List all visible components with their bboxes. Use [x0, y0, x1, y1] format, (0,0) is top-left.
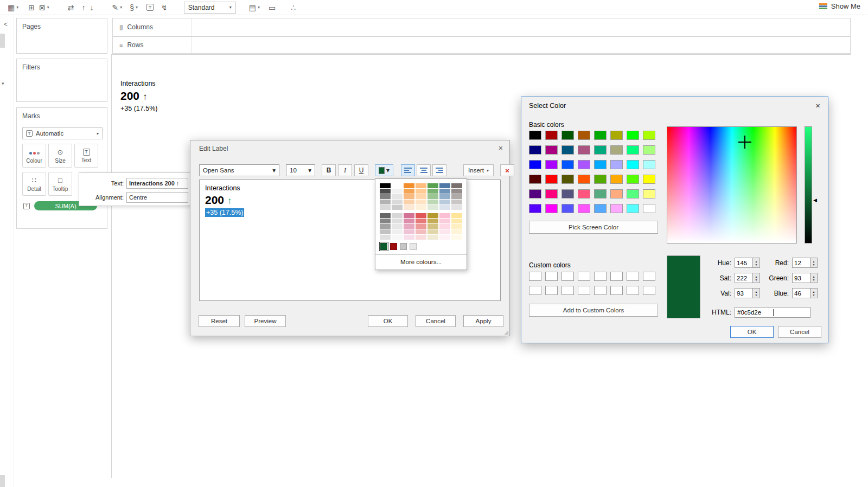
colour-button[interactable]: Colour — [22, 144, 46, 168]
hsv-field-input[interactable]: 93 — [735, 288, 753, 298]
underline-button[interactable]: U — [354, 164, 368, 176]
palette-swatch[interactable] — [451, 200, 462, 204]
basic-color-swatch[interactable] — [561, 189, 574, 198]
rgb-field-spinner[interactable]: ▲▼ — [810, 273, 818, 283]
palette-swatch[interactable] — [439, 200, 450, 204]
value-slider-arrow-icon[interactable]: ◀ — [813, 197, 817, 203]
basic-color-swatch[interactable] — [545, 145, 558, 155]
palette-swatch[interactable] — [404, 224, 414, 229]
palette-swatch[interactable] — [380, 183, 391, 188]
recent-color-swatch[interactable] — [380, 243, 387, 250]
basic-color-swatch[interactable] — [610, 175, 623, 184]
palette-swatch[interactable] — [404, 235, 414, 240]
collapse-pane-button[interactable]: < — [4, 21, 8, 28]
recent-color-swatch[interactable] — [400, 243, 407, 250]
palette-swatch[interactable] — [451, 213, 462, 218]
clear-formatting-button[interactable]: × — [500, 164, 514, 176]
hsv-field-spinner[interactable]: ▲▼ — [753, 258, 760, 268]
ok-button[interactable]: OK — [730, 326, 774, 338]
palette-swatch[interactable] — [451, 229, 462, 234]
basic-color-swatch[interactable] — [529, 160, 541, 169]
basic-color-swatch[interactable] — [545, 175, 558, 184]
custom-color-swatch[interactable] — [627, 286, 639, 295]
basic-color-swatch[interactable] — [545, 160, 558, 169]
font-color-button[interactable]: ▾ — [375, 164, 393, 176]
pane-menu-caret[interactable]: ▾ — [2, 81, 4, 86]
value-slider[interactable] — [805, 126, 812, 244]
basic-color-swatch[interactable] — [529, 145, 541, 155]
palette-swatch[interactable] — [427, 213, 438, 218]
basic-color-swatch[interactable] — [561, 131, 574, 140]
hsv-field-spinner[interactable]: ▲▼ — [753, 273, 760, 283]
palette-swatch[interactable] — [427, 194, 438, 199]
basic-color-swatch[interactable] — [561, 160, 574, 169]
palette-swatch[interactable] — [416, 200, 426, 204]
columns-shelf[interactable]: ||| Columns — [112, 18, 851, 36]
palette-swatch[interactable] — [427, 219, 438, 223]
custom-color-swatch[interactable] — [578, 286, 590, 295]
palette-swatch[interactable] — [404, 229, 414, 234]
palette-swatch[interactable] — [427, 200, 438, 204]
palette-swatch[interactable] — [416, 194, 426, 199]
basic-color-swatch[interactable] — [529, 131, 541, 140]
basic-color-swatch[interactable] — [529, 189, 541, 198]
recent-color-swatch[interactable] — [410, 243, 417, 250]
tooltip-button[interactable]: □ Tooltip — [48, 172, 72, 196]
basic-color-swatch[interactable] — [578, 145, 590, 155]
basic-color-swatch[interactable] — [594, 204, 607, 213]
basic-color-swatch[interactable] — [594, 160, 607, 169]
basic-color-swatch[interactable] — [561, 145, 574, 155]
basic-color-swatch[interactable] — [529, 175, 541, 184]
fix-axes-button[interactable]: ↯ — [159, 1, 170, 14]
palette-swatch[interactable] — [451, 189, 462, 194]
basic-color-swatch[interactable] — [627, 145, 639, 155]
custom-color-swatch[interactable] — [594, 286, 607, 295]
palette-swatch[interactable] — [416, 213, 426, 218]
basic-color-swatch[interactable] — [578, 175, 590, 184]
custom-color-swatch[interactable] — [561, 272, 574, 281]
basic-color-swatch[interactable] — [578, 189, 590, 198]
basic-color-swatch[interactable] — [545, 204, 558, 213]
palette-swatch[interactable] — [427, 224, 438, 229]
palette-swatch[interactable] — [439, 189, 450, 194]
palette-swatch[interactable] — [380, 189, 391, 194]
clear-sheet-button[interactable]: ⊠ ▾ — [37, 1, 52, 14]
palette-swatch[interactable] — [392, 224, 403, 229]
custom-color-swatch[interactable] — [561, 286, 574, 295]
add-to-custom-colors-button[interactable]: Add to Custom Colors — [529, 304, 658, 317]
group-members-button[interactable]: § ▾ — [127, 1, 140, 14]
resize-grip[interactable]: ◢ — [504, 329, 508, 335]
font-select[interactable]: Open Sans ▾ — [199, 164, 279, 176]
detail-button[interactable]: ∷ Detail — [22, 172, 46, 196]
palette-swatch[interactable] — [392, 205, 403, 210]
palette-swatch[interactable] — [392, 189, 403, 194]
palette-swatch[interactable] — [392, 229, 403, 234]
custom-color-swatch[interactable] — [643, 286, 655, 295]
palette-swatch[interactable] — [380, 200, 391, 204]
palette-swatch[interactable] — [416, 183, 426, 188]
ok-button[interactable]: OK — [368, 315, 408, 327]
palette-swatch[interactable] — [427, 229, 438, 234]
hsv-field-input[interactable]: 145 — [735, 258, 753, 268]
palette-swatch[interactable] — [427, 189, 438, 194]
palette-swatch[interactable] — [380, 194, 391, 199]
basic-color-swatch[interactable] — [594, 189, 607, 198]
basic-color-swatch[interactable] — [578, 204, 590, 213]
palette-swatch[interactable] — [427, 183, 438, 188]
basic-color-swatch[interactable] — [610, 160, 623, 169]
more-colours-link[interactable]: More colours... — [380, 258, 462, 267]
basic-color-swatch[interactable] — [643, 175, 655, 184]
palette-swatch[interactable] — [392, 200, 403, 204]
basic-color-swatch[interactable] — [594, 175, 607, 184]
palette-swatch[interactable] — [439, 205, 450, 210]
palette-swatch[interactable] — [380, 224, 391, 229]
pick-screen-color-button[interactable]: Pick Screen Color — [529, 221, 658, 234]
custom-color-swatch[interactable] — [627, 272, 639, 281]
palette-swatch[interactable] — [439, 183, 450, 188]
rgb-field-input[interactable]: 46 — [792, 288, 810, 298]
basic-color-swatch[interactable] — [594, 131, 607, 140]
insert-button[interactable]: Insert ▾ — [463, 164, 494, 176]
recent-color-swatch[interactable] — [390, 243, 397, 250]
reset-button[interactable]: Reset — [199, 315, 240, 327]
palette-swatch[interactable] — [392, 219, 403, 223]
